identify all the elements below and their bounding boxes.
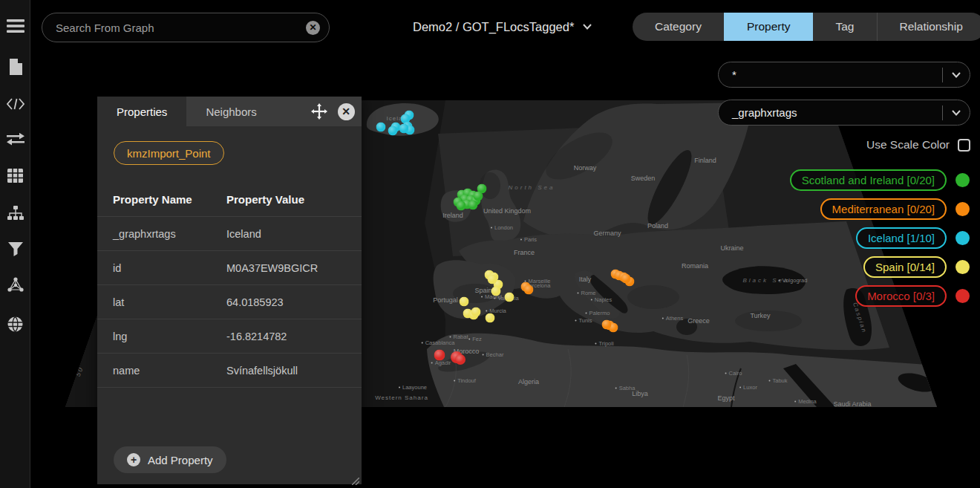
property-select-value: _graphxrtags bbox=[732, 106, 942, 119]
tab-tag[interactable]: Tag bbox=[813, 13, 877, 41]
panel-tabs: PropertiesNeighbors bbox=[97, 97, 276, 126]
graph-node[interactable] bbox=[434, 350, 445, 361]
table-header-row: Property NameProperty Value bbox=[97, 183, 362, 217]
move-panel-icon[interactable] bbox=[308, 97, 330, 126]
add-property-label: Add Property bbox=[148, 454, 213, 466]
graph-node[interactable] bbox=[468, 201, 478, 210]
legend-item[interactable]: Mediterranean [0/20] bbox=[820, 198, 970, 220]
category-tag-pill[interactable]: kmzImport_Point bbox=[114, 141, 224, 165]
chevron-down-icon bbox=[583, 24, 592, 30]
graph-node[interactable] bbox=[399, 124, 409, 134]
project-title: Demo2 / GOT_FLocsTagged* bbox=[413, 20, 574, 34]
node-filter-select[interactable]: * bbox=[718, 62, 970, 88]
legend-pill[interactable]: Iceland [1/10] bbox=[856, 227, 947, 249]
property-value: Iceland bbox=[226, 228, 362, 240]
property-table: Property NameProperty Value_graphxrtagsI… bbox=[97, 183, 362, 388]
node-filter-value: * bbox=[732, 68, 942, 81]
panel-header: PropertiesNeighbors ✕ bbox=[97, 97, 362, 126]
table-row[interactable]: _graphxrtagsIceland bbox=[97, 217, 362, 251]
property-value: -16.8214782 bbox=[226, 331, 362, 342]
graph-node[interactable] bbox=[621, 274, 631, 284]
project-switcher[interactable]: Demo2 / GOT_FLocsTagged* bbox=[413, 18, 592, 36]
menu-icon[interactable] bbox=[0, 11, 30, 41]
graph-node[interactable] bbox=[488, 275, 497, 284]
file-icon[interactable] bbox=[0, 52, 30, 82]
property-name: name bbox=[97, 365, 226, 377]
property-value: Svínafellsjökull bbox=[226, 365, 362, 377]
property-name: lat bbox=[97, 296, 226, 308]
use-scale-color-label: Use Scale Color bbox=[866, 138, 950, 152]
graph-node[interactable] bbox=[457, 201, 466, 211]
legend-pill[interactable]: Morocco [0/3] bbox=[855, 285, 947, 307]
property-select[interactable]: _graphxrtags bbox=[718, 100, 970, 126]
search-input[interactable] bbox=[56, 22, 306, 34]
code-icon[interactable] bbox=[0, 89, 30, 119]
tab-relationship[interactable]: Relationship bbox=[877, 13, 980, 41]
graph-node[interactable] bbox=[486, 313, 495, 323]
tab-property[interactable]: Property bbox=[724, 13, 813, 41]
property-name: lng bbox=[97, 331, 226, 342]
panel-tab-properties[interactable]: Properties bbox=[97, 97, 186, 126]
close-panel-icon[interactable]: ✕ bbox=[335, 97, 357, 126]
panel-tab-neighbors[interactable]: Neighbors bbox=[186, 97, 275, 126]
table-row[interactable]: lat64.0185923 bbox=[97, 285, 362, 319]
add-property-button[interactable]: + Add Property bbox=[114, 446, 226, 473]
graph-node[interactable] bbox=[388, 126, 398, 136]
legend-color-dot[interactable] bbox=[956, 289, 970, 303]
transform-arrows-icon[interactable] bbox=[0, 125, 30, 154]
legend-pill[interactable]: Spain [0/14] bbox=[863, 256, 947, 278]
hierarchy-icon[interactable] bbox=[0, 198, 30, 228]
legend-color-dot[interactable] bbox=[956, 173, 970, 187]
graph-node[interactable] bbox=[491, 287, 501, 296]
table-row[interactable]: lng-16.8214782 bbox=[97, 319, 362, 354]
graph-node[interactable] bbox=[455, 354, 466, 365]
property-name: _graphxrtags bbox=[97, 228, 226, 240]
resize-handle[interactable] bbox=[352, 475, 359, 482]
graph-node[interactable] bbox=[505, 293, 514, 302]
clear-search-icon[interactable]: ✕ bbox=[306, 21, 320, 35]
column-header: Property Value bbox=[226, 193, 362, 206]
legend-pill[interactable]: Mediterranean [0/20] bbox=[820, 198, 947, 220]
legend-color-dot[interactable] bbox=[956, 231, 970, 245]
plus-icon: + bbox=[127, 453, 140, 466]
use-scale-color-row: Use Scale Color bbox=[866, 138, 970, 152]
legend-item[interactable]: Scotland and Ireland [0/20] bbox=[790, 169, 970, 191]
tag-legend: Scotland and Ireland [0/20]Mediterranean… bbox=[790, 169, 970, 307]
chevron-down-icon bbox=[952, 110, 961, 116]
table-row[interactable]: idM0A37EW9BGICR bbox=[97, 251, 362, 285]
property-value: 64.0185923 bbox=[226, 296, 362, 308]
globe-icon[interactable] bbox=[0, 309, 30, 339]
property-value: M0A37EW9BGICR bbox=[226, 262, 362, 274]
legend-item[interactable]: Iceland [1/10] bbox=[856, 227, 970, 249]
tab-category[interactable]: Category bbox=[633, 13, 724, 41]
chevron-down-icon bbox=[952, 72, 961, 78]
properties-panel: PropertiesNeighbors ✕ kmzImport_Point Pr… bbox=[97, 97, 362, 484]
mapping-tab-group: CategoryPropertyTagRelationship bbox=[633, 13, 980, 41]
legend-color-dot[interactable] bbox=[956, 260, 970, 274]
filter-icon[interactable] bbox=[0, 234, 30, 264]
legend-item[interactable]: Spain [0/14] bbox=[863, 256, 970, 278]
table-icon[interactable] bbox=[0, 160, 30, 190]
legend-color-dot[interactable] bbox=[956, 202, 970, 216]
network-icon[interactable] bbox=[0, 270, 30, 299]
property-name: id bbox=[97, 262, 226, 274]
graph-search[interactable]: ✕ bbox=[42, 13, 330, 42]
left-toolbar bbox=[0, 0, 30, 488]
column-header: Property Name bbox=[97, 193, 226, 206]
graph-node[interactable] bbox=[474, 192, 483, 201]
legend-item[interactable]: Morocco [0/3] bbox=[855, 285, 970, 307]
table-row[interactable]: nameSvínafellsjökull bbox=[97, 354, 362, 388]
graph-node[interactable] bbox=[471, 308, 481, 317]
graph-node[interactable] bbox=[524, 285, 534, 295]
legend-pill[interactable]: Scotland and Ireland [0/20] bbox=[790, 169, 947, 191]
graph-node[interactable] bbox=[602, 320, 612, 330]
graph-node[interactable] bbox=[376, 123, 386, 132]
graph-node[interactable] bbox=[460, 297, 469, 307]
use-scale-color-checkbox[interactable] bbox=[958, 139, 970, 152]
